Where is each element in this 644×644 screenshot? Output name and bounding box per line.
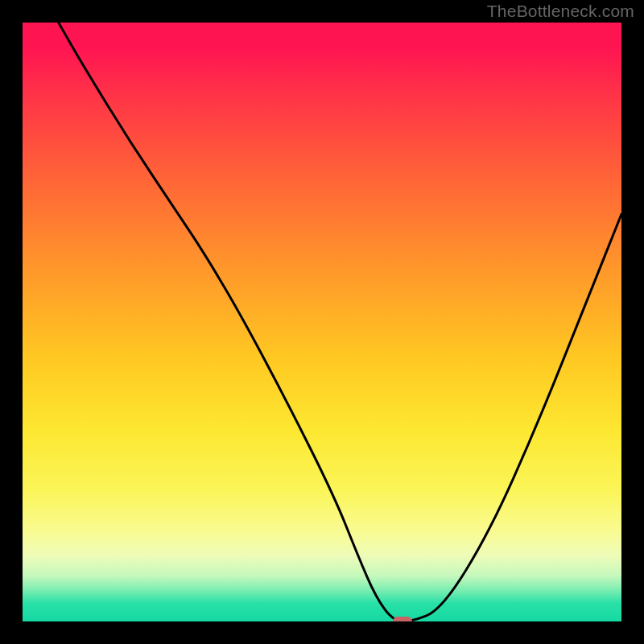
plot-area bbox=[23, 23, 621, 621]
optimum-marker bbox=[393, 617, 412, 621]
bottleneck-curve bbox=[23, 23, 621, 621]
watermark-text: TheBottleneck.com bbox=[487, 2, 634, 21]
chart-frame: TheBottleneck.com bbox=[0, 0, 644, 644]
